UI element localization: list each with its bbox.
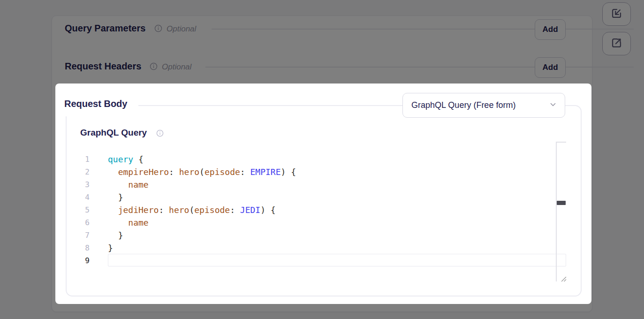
inline-edit-button[interactable] — [602, 2, 631, 26]
line-number: 8 — [70, 242, 90, 254]
optional-label: Optional — [167, 23, 196, 35]
chevron-down-icon — [549, 100, 557, 111]
code-line[interactable]: } — [108, 229, 296, 242]
divider — [212, 29, 634, 30]
line-number: 4 — [70, 191, 90, 204]
divider — [205, 67, 634, 68]
open-external-button[interactable] — [602, 32, 631, 55]
editor-scrollbar-track — [556, 142, 557, 281]
line-number-gutter: 123456789 — [70, 153, 90, 267]
query-parameters-title: Query Parameters — [65, 23, 145, 34]
line-number: 5 — [70, 204, 90, 216]
line-number: 7 — [70, 229, 90, 242]
body-type-select[interactable]: GraphQL Query (Free form) — [402, 93, 565, 118]
code-line[interactable]: } — [108, 242, 296, 254]
graphql-query-label: GraphQL Query — [80, 128, 147, 138]
resize-handle-icon[interactable] — [561, 275, 567, 284]
request-body-title: Request Body — [59, 94, 138, 116]
code-line[interactable] — [108, 254, 296, 267]
optional-label: Optional — [162, 61, 191, 73]
code-line[interactable]: empireHero: hero(episode: EMPIRE) { — [108, 166, 296, 178]
line-number: 1 — [70, 153, 90, 166]
line-number: 6 — [70, 216, 90, 229]
code-line[interactable]: query { — [108, 153, 296, 166]
request-body-title-text: Request Body — [64, 99, 127, 109]
code-line[interactable]: jediHero: hero(episode: JEDI) { — [108, 204, 296, 216]
info-icon[interactable] — [156, 129, 164, 137]
external-link-icon — [610, 37, 623, 51]
editor-scrollbar-track-top — [556, 142, 566, 143]
info-icon[interactable] — [150, 62, 158, 70]
code-line[interactable]: name — [108, 216, 296, 229]
code-line[interactable]: name — [108, 178, 296, 191]
line-number: 9 — [70, 254, 90, 267]
editor-scrollbar-thumb[interactable] — [557, 201, 566, 205]
add-query-parameter-button[interactable]: Add — [535, 19, 566, 40]
request-headers-title: Request Headers — [65, 61, 141, 72]
info-icon[interactable] — [154, 24, 162, 32]
graphql-code-editor[interactable]: query { empireHero: hero(episode: EMPIRE… — [108, 153, 296, 267]
arrow-into-box-icon — [610, 7, 623, 21]
app-window: Query Parameters Optional Add Request He… — [0, 0, 644, 319]
line-number: 3 — [70, 178, 90, 191]
line-number: 2 — [70, 166, 90, 178]
body-type-selected-value: GraphQL Query (Free form) — [411, 100, 515, 110]
add-request-header-button[interactable]: Add — [535, 57, 566, 78]
code-line[interactable]: } — [108, 191, 296, 204]
